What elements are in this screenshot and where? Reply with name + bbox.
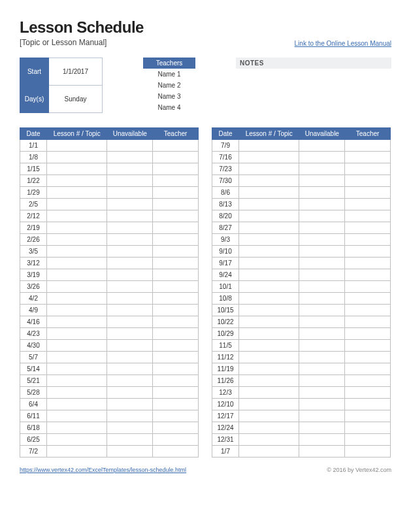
empty-cell: [239, 281, 299, 293]
date-cell: 11/5: [212, 340, 239, 352]
date-cell: 10/22: [212, 316, 239, 328]
empty-cell: [47, 328, 107, 340]
date-cell: 1/22: [20, 175, 47, 187]
date-cell: 10/1: [212, 281, 239, 293]
date-cell: 12/10: [212, 399, 239, 410]
empty-cell: [47, 316, 107, 328]
col-unavailable: Unavailable: [107, 128, 153, 140]
empty-cell: [345, 446, 391, 457]
table-row: 7/2: [20, 446, 199, 457]
empty-cell: [153, 387, 199, 399]
date-cell: 12/31: [212, 434, 239, 446]
date-cell: 11/26: [212, 375, 239, 387]
empty-cell: [47, 163, 107, 175]
date-cell: 2/19: [20, 222, 47, 234]
table-row: 10/29: [212, 328, 391, 340]
table-row: 6/25: [20, 434, 199, 446]
empty-cell: [345, 222, 391, 234]
date-cell: 9/10: [212, 246, 239, 258]
table-row: 9/10: [212, 246, 391, 258]
empty-cell: [47, 446, 107, 457]
table-row: 4/23: [20, 328, 199, 340]
empty-cell: [239, 399, 299, 410]
table-row: 7/23: [212, 163, 391, 175]
empty-cell: [299, 387, 345, 399]
empty-cell: [153, 328, 199, 340]
empty-cell: [47, 410, 107, 422]
empty-cell: [299, 258, 345, 269]
notes-column: NOTES: [236, 58, 391, 113]
empty-cell: [47, 246, 107, 258]
empty-cell: [107, 210, 153, 222]
empty-cell: [107, 387, 153, 399]
table-row: 1/29: [20, 187, 199, 199]
table-row: 12/10: [212, 399, 391, 410]
empty-cell: [153, 258, 199, 269]
date-cell: 6/18: [20, 422, 47, 434]
date-cell: 3/19: [20, 269, 47, 281]
table-row: 8/27: [212, 222, 391, 234]
empty-cell: [345, 163, 391, 175]
empty-cell: [239, 258, 299, 269]
empty-cell: [107, 281, 153, 293]
empty-cell: [299, 234, 345, 246]
date-cell: 7/23: [212, 163, 239, 175]
empty-cell: [153, 293, 199, 305]
empty-cell: [153, 222, 199, 234]
table-row: 1/1: [20, 140, 199, 152]
empty-cell: [107, 269, 153, 281]
empty-cell: [299, 175, 345, 187]
footer-source-link[interactable]: https://www.vertex42.com/ExcelTemplates/…: [20, 467, 186, 473]
date-cell: 5/7: [20, 352, 47, 363]
empty-cell: [239, 234, 299, 246]
empty-cell: [345, 281, 391, 293]
table-row: 1/8: [20, 152, 199, 163]
empty-cell: [47, 234, 107, 246]
date-cell: 2/26: [20, 234, 47, 246]
online-manual-link[interactable]: Link to the Online Lesson Manual: [295, 40, 391, 47]
empty-cell: [299, 446, 345, 457]
empty-cell: [153, 187, 199, 199]
empty-cell: [299, 246, 345, 258]
empty-cell: [107, 375, 153, 387]
empty-cell: [239, 293, 299, 305]
empty-cell: [239, 269, 299, 281]
empty-cell: [107, 399, 153, 410]
empty-cell: [107, 187, 153, 199]
date-cell: 11/12: [212, 352, 239, 363]
date-cell: 8/27: [212, 222, 239, 234]
empty-cell: [345, 234, 391, 246]
empty-cell: [107, 140, 153, 152]
empty-cell: [345, 305, 391, 316]
date-cell: 4/9: [20, 305, 47, 316]
table-row: 3/12: [20, 258, 199, 269]
empty-cell: [345, 340, 391, 352]
date-cell: 6/11: [20, 410, 47, 422]
date-cell: 4/23: [20, 328, 47, 340]
empty-cell: [47, 305, 107, 316]
teacher-name: Name 4: [143, 102, 195, 113]
empty-cell: [47, 152, 107, 163]
empty-cell: [299, 410, 345, 422]
empty-cell: [107, 434, 153, 446]
table-row: 5/21: [20, 375, 199, 387]
start-label: Start: [20, 58, 49, 86]
days-value: Sunday: [49, 86, 103, 113]
date-cell: 1/29: [20, 187, 47, 199]
empty-cell: [239, 352, 299, 363]
date-cell: 4/30: [20, 340, 47, 352]
empty-cell: [299, 210, 345, 222]
empty-cell: [299, 399, 345, 410]
empty-cell: [345, 246, 391, 258]
table-row: 8/13: [212, 199, 391, 210]
empty-cell: [299, 328, 345, 340]
empty-cell: [239, 316, 299, 328]
empty-cell: [345, 210, 391, 222]
empty-cell: [239, 446, 299, 457]
col-topic: Lesson # / Topic: [239, 128, 299, 140]
date-cell: 1/1: [20, 140, 47, 152]
empty-cell: [239, 305, 299, 316]
empty-cell: [239, 375, 299, 387]
empty-cell: [345, 422, 391, 434]
table-row: 10/1: [212, 281, 391, 293]
